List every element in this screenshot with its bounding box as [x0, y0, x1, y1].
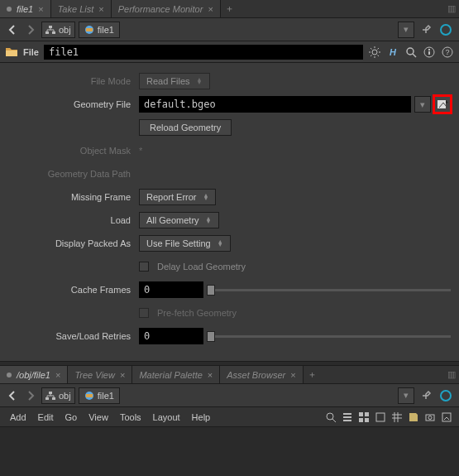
close-icon[interactable]: ×: [290, 370, 295, 380]
file-chooser-icon: [437, 99, 448, 110]
close-icon[interactable]: ×: [98, 4, 103, 14]
find-icon[interactable]: [323, 410, 338, 425]
parameters-pane: file1 × Take List × Performance Monitor …: [0, 0, 459, 361]
help-icon[interactable]: ?: [441, 46, 454, 59]
houdini-h-icon[interactable]: H: [386, 46, 399, 59]
svg-point-6: [372, 50, 377, 55]
list-icon[interactable]: [340, 410, 355, 425]
parm-label-load: Load: [8, 215, 139, 225]
checkbox-label: Pre-fetch Geometry: [157, 308, 237, 318]
palette-icon[interactable]: [356, 410, 371, 425]
spinner-arrows-icon: ▲▼: [218, 240, 223, 247]
link-ring-icon[interactable]: [437, 387, 454, 404]
menu-go[interactable]: Go: [60, 412, 83, 422]
organize-icon[interactable]: [373, 410, 388, 425]
save-retries-slider[interactable]: [207, 328, 451, 344]
path-dropdown[interactable]: ▾: [398, 387, 414, 404]
parameter-panel: File Mode Read Files ▲▼ Geometry File ▾: [0, 63, 459, 361]
tab-label: Take List: [58, 4, 94, 14]
menu-edit[interactable]: Edit: [33, 412, 59, 422]
pin-icon[interactable]: [418, 387, 434, 404]
snapshot-icon[interactable]: [423, 410, 437, 425]
tab-material-palette[interactable]: Material Palette ×: [132, 366, 220, 383]
close-icon[interactable]: ×: [120, 370, 125, 380]
svg-rect-21: [359, 412, 363, 416]
close-icon[interactable]: ×: [38, 4, 43, 14]
close-icon[interactable]: ×: [55, 370, 60, 380]
cache-frames-input[interactable]: [139, 281, 203, 298]
add-tab-button[interactable]: ＋: [221, 2, 239, 15]
reload-geometry-button[interactable]: Reload Geometry: [139, 119, 232, 136]
tab-network-path[interactable]: /obj/file1 ×: [0, 366, 68, 383]
spinner-arrows-icon: ▲▼: [203, 194, 209, 200]
hierarchy-icon: [45, 391, 55, 401]
search-icon[interactable]: [404, 46, 418, 59]
file-mode-dropdown[interactable]: Read Files ▲▼: [139, 73, 210, 89]
back-icon[interactable]: [5, 22, 20, 37]
add-tab-button[interactable]: ＋: [304, 368, 322, 381]
sticky-icon[interactable]: [406, 410, 421, 425]
tab-label: Material Palette: [139, 370, 202, 380]
pane-menu-icon[interactable]: ▥: [444, 3, 459, 14]
close-icon[interactable]: ×: [208, 4, 213, 14]
grid-icon[interactable]: [390, 410, 404, 425]
svg-rect-15: [45, 397, 49, 400]
path-root[interactable]: obj: [41, 387, 75, 404]
forward-icon[interactable]: [23, 388, 38, 403]
network-tabs: /obj/file1 × Tree View × Material Palett…: [0, 366, 459, 384]
parm-label-geo-data-path: Geometry Data Path: [8, 169, 139, 179]
delay-load-checkbox[interactable]: [139, 262, 149, 272]
tab-take-list[interactable]: Take List ×: [51, 0, 112, 17]
missing-frame-dropdown[interactable]: Report Error ▲▼: [139, 189, 216, 205]
menu-view[interactable]: View: [84, 412, 113, 422]
gear-icon[interactable]: [368, 46, 381, 59]
tab-asset-browser[interactable]: Asset Browser ×: [220, 366, 303, 383]
menu-tools[interactable]: Tools: [115, 412, 146, 422]
save-retries-input[interactable]: [139, 328, 203, 344]
network-pathbar: obj file1 ▾: [0, 384, 459, 407]
path-level-label: obj: [59, 25, 71, 35]
path-level-label: obj: [59, 391, 71, 401]
path-node-label: file1: [98, 391, 114, 401]
path-node[interactable]: file1: [79, 22, 120, 38]
tab-performance-monitor[interactable]: Performance Monitor ×: [112, 0, 221, 17]
parm-pathbar: obj file1 ▾: [0, 18, 459, 41]
save-image-icon[interactable]: [439, 410, 454, 425]
tab-tree-view[interactable]: Tree View ×: [68, 366, 132, 383]
link-ring-icon[interactable]: [437, 22, 454, 38]
menu-help[interactable]: Help: [187, 412, 216, 422]
tab-label: file1: [17, 4, 33, 14]
path-node[interactable]: file1: [79, 387, 120, 404]
back-icon[interactable]: [5, 388, 20, 403]
pin-icon[interactable]: [418, 22, 434, 38]
network-menubar: Add Edit Go View Tools Layout Help: [0, 407, 459, 427]
menu-layout[interactable]: Layout: [148, 412, 185, 422]
file-chooser-button[interactable]: [434, 96, 451, 113]
forward-icon[interactable]: [23, 22, 38, 37]
display-packed-dropdown[interactable]: Use File Setting ▲▼: [139, 235, 231, 252]
prefetch-checkbox[interactable]: [139, 308, 149, 318]
path-root[interactable]: obj: [41, 22, 75, 38]
tab-file1[interactable]: file1 ×: [0, 0, 51, 17]
tab-pin-dot: [7, 7, 12, 12]
geometry-file-input[interactable]: [139, 96, 411, 113]
dropdown-value: Read Files: [146, 76, 190, 86]
menu-add[interactable]: Add: [5, 412, 31, 422]
cache-frames-slider[interactable]: [207, 281, 451, 298]
close-icon[interactable]: ×: [208, 370, 213, 380]
svg-rect-24: [365, 418, 369, 422]
op-name-input[interactable]: [44, 45, 363, 60]
spinner-arrows-icon: ▲▼: [197, 78, 203, 84]
svg-rect-4: [86, 28, 93, 31]
path-dropdown[interactable]: ▾: [398, 22, 414, 38]
checkbox-label: Delay Load Geometry: [157, 262, 246, 272]
svg-text:?: ?: [445, 48, 449, 56]
folder-icon: [5, 46, 18, 59]
load-dropdown[interactable]: All Geometry ▲▼: [139, 212, 219, 228]
info-icon[interactable]: [423, 46, 436, 59]
pane-menu-icon[interactable]: ▥: [444, 369, 459, 380]
parm-label-file-mode: File Mode: [8, 76, 139, 86]
geo-node-icon: [84, 391, 94, 401]
svg-point-5: [441, 25, 451, 35]
geometry-file-presets[interactable]: ▾: [414, 96, 431, 113]
